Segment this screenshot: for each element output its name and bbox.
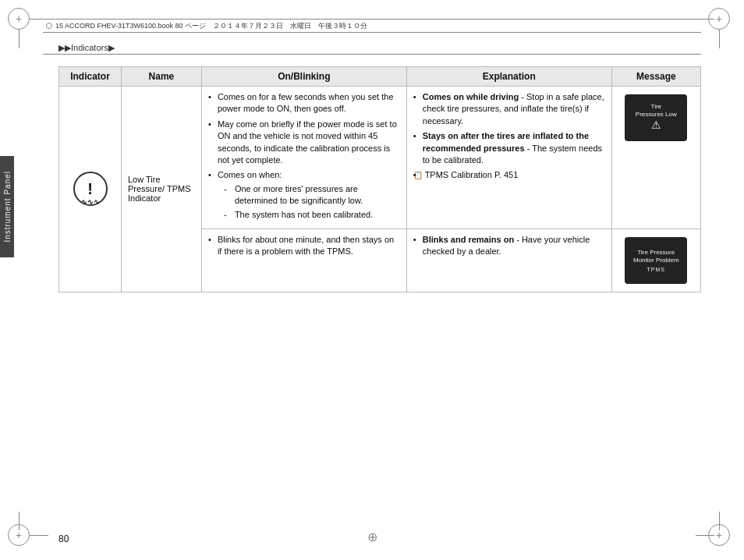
explanation-bold-2: Stays on after the tires are inflated to… — [423, 131, 589, 152]
on-blinking-cell-1: Comes on for a few seconds when you set … — [201, 87, 406, 229]
exclaim-mark: ! — [87, 181, 93, 197]
indicator-name: Low Tire Pressure/ TPMS Indicator — [128, 175, 191, 203]
explanation-bold-1: Comes on while driving — [423, 92, 519, 101]
breadcrumb-text: ▶▶Indicators▶ — [58, 43, 115, 52]
corner-tr — [708, 8, 736, 36]
explanation-item-1: Comes on while driving - Stop in a safe … — [413, 91, 605, 127]
tpms-calibration-ref: TPMS Calibration P. 451 — [425, 170, 519, 179]
on-blinking-blink-item: Blinks for about one minute, and then st… — [208, 234, 400, 258]
on-blinking-item-1: Comes on for a few seconds when you set … — [208, 91, 400, 115]
side-tab: Instrument Panel — [0, 156, 14, 257]
explanation-blink-item: Blinks and remains on - Have your vehicl… — [413, 234, 605, 258]
explanation-cell-1: Comes on while driving - Stop in a safe … — [406, 87, 611, 229]
col-header-explanation: Explanation — [406, 67, 611, 87]
on-blinking-list-2: Blinks for about one minute, and then st… — [208, 234, 400, 258]
table-row: ! ∿∿∿ Low Tire Pressure/ TPMS Indicator … — [59, 87, 701, 229]
explanation-item-3: 📋 TPMS Calibration P. 451 — [413, 169, 605, 181]
main-content: Indicator Name On/Blinking Explanation M… — [58, 66, 701, 517]
explanation-list-1: Comes on while driving - Stop in a safe … — [413, 91, 605, 182]
data-table: Indicator Name On/Blinking Explanation M… — [58, 66, 701, 292]
explanation-bold-3: Blinks and remains on — [423, 235, 514, 244]
message-badge-2: Tire PressureMonitor Problem TPMS — [625, 237, 687, 284]
top-bar-dot — [46, 23, 52, 29]
col-header-name: Name — [122, 67, 202, 87]
on-blinking-sublist: One or more tires' pressures are determi… — [224, 183, 400, 221]
on-blinking-item-3: Comes on when: One or more tires' pressu… — [208, 169, 400, 221]
breadcrumb-line — [43, 54, 701, 55]
msg-badge-sub-2: TPMS — [647, 267, 665, 272]
message-cell-2: Tire PressureMonitor Problem TPMS — [611, 229, 700, 292]
page-container: 15 ACCORD FHEV-31T3W6100.book 80 ページ ２０１… — [0, 0, 744, 560]
message-badge-1: TirePressures Low ⚠ — [625, 94, 687, 141]
bottom-center-cross: ⊕ — [367, 530, 377, 544]
explanation-cell-2: Blinks and remains on - Have your vehicl… — [406, 229, 611, 292]
explanation-list-2: Blinks and remains on - Have your vehicl… — [413, 234, 605, 258]
on-blinking-cell-2: Blinks for about one minute, and then st… — [201, 229, 406, 292]
msg-badge-text-1a: TirePressures Low — [636, 103, 677, 119]
on-blinking-sub-2: The system has not been calibrated. — [224, 209, 400, 221]
cross-symbol: ⊕ — [367, 530, 377, 544]
page-number: 80 — [58, 533, 69, 544]
explanation-item-2: Stays on after the tires are inflated to… — [413, 130, 605, 166]
breadcrumb: ▶▶Indicators▶ — [58, 43, 115, 53]
tpms-indicator-icon: ! ∿∿∿ — [73, 172, 108, 206]
corner-tl — [8, 8, 36, 36]
corner-bl — [8, 524, 36, 552]
col-header-indicator: Indicator — [59, 67, 122, 87]
col-header-onblinking: On/Blinking — [201, 67, 406, 87]
tire-waves: ∿∿∿ — [81, 198, 100, 206]
indicator-cell: ! ∿∿∿ — [59, 87, 122, 292]
on-blinking-list-1: Comes on for a few seconds when you set … — [208, 91, 400, 221]
col-header-message: Message — [611, 67, 700, 87]
side-tab-text: Instrument Panel — [3, 171, 12, 243]
top-bar: 15 ACCORD FHEV-31T3W6100.book 80 ページ ２０１… — [43, 19, 701, 33]
corner-br — [708, 524, 736, 552]
top-bar-text: 15 ACCORD FHEV-31T3W6100.book 80 ページ ２０１… — [55, 21, 367, 31]
msg-badge-text-2a: Tire PressureMonitor Problem — [633, 249, 679, 265]
name-cell: Low Tire Pressure/ TPMS Indicator — [122, 87, 202, 292]
message-cell-1: TirePressures Low ⚠ — [611, 87, 700, 229]
on-blinking-item-2: May come on briefly if the power mode is… — [208, 119, 400, 167]
note-icon: 📋 — [413, 171, 423, 179]
on-blinking-sub-1: One or more tires' pressures are determi… — [224, 183, 400, 207]
table-header-row: Indicator Name On/Blinking Explanation M… — [59, 67, 701, 87]
msg-badge-icon-1: ⚠ — [651, 119, 661, 131]
